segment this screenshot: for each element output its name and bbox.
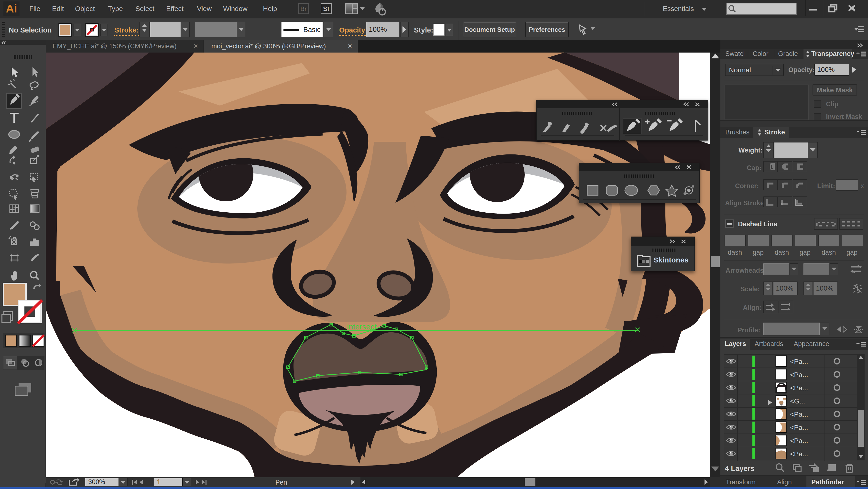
svg-text:<Pa...: <Pa... bbox=[790, 358, 808, 365]
svg-text:<Pa...: <Pa... bbox=[790, 437, 808, 445]
svg-text:<Pa...: <Pa... bbox=[790, 410, 808, 418]
svg-text:intersect: intersect bbox=[347, 322, 377, 331]
svg-text:<Pa...: <Pa... bbox=[790, 424, 808, 431]
svg-text:<G...: <G... bbox=[790, 397, 805, 405]
svg-text:<Pa...: <Pa... bbox=[790, 450, 808, 458]
svg-text:<Pa...: <Pa... bbox=[790, 384, 808, 392]
svg-text:<Pa...: <Pa... bbox=[790, 371, 808, 378]
